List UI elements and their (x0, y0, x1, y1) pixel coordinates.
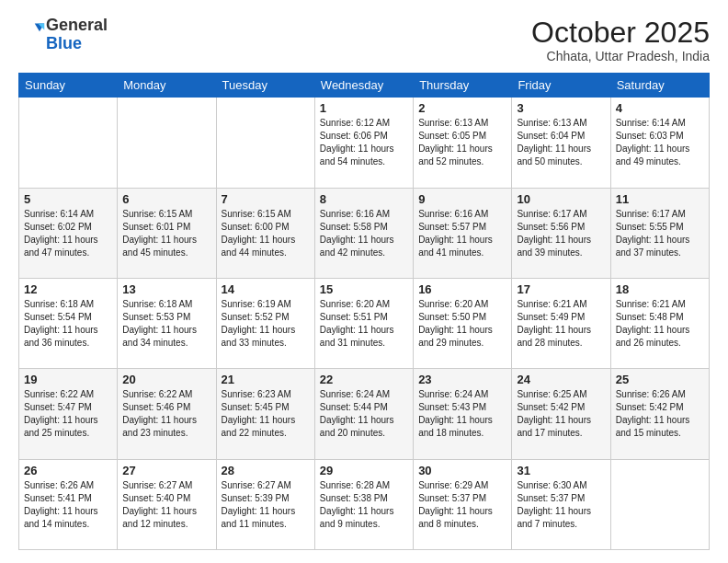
cell-info: Sunrise: 6:16 AM Sunset: 5:58 PM Dayligh… (320, 208, 408, 259)
day-header-monday: Monday (118, 74, 216, 98)
calendar-cell: 14Sunrise: 6:19 AM Sunset: 5:52 PM Dayli… (216, 278, 314, 368)
day-number: 19 (24, 373, 112, 386)
calendar-cell: 5Sunrise: 6:14 AM Sunset: 6:02 PM Daylig… (19, 188, 118, 278)
calendar-cell: 15Sunrise: 6:20 AM Sunset: 5:51 PM Dayli… (314, 278, 413, 368)
header: General Blue October 2025 Chhata, Uttar … (18, 17, 710, 63)
day-number: 28 (222, 464, 310, 477)
calendar-cell: 20Sunrise: 6:22 AM Sunset: 5:46 PM Dayli… (118, 369, 216, 459)
cell-info: Sunrise: 6:28 AM Sunset: 5:38 PM Dayligh… (320, 479, 408, 531)
calendar-cell: 17Sunrise: 6:21 AM Sunset: 5:49 PM Dayli… (512, 278, 610, 368)
logo-blue-text: Blue (46, 34, 82, 52)
day-number: 18 (616, 282, 704, 296)
calendar-cell: 12Sunrise: 6:18 AM Sunset: 5:54 PM Dayli… (19, 278, 118, 368)
day-header-thursday: Thursday (414, 74, 512, 98)
calendar-cell: 21Sunrise: 6:23 AM Sunset: 5:45 PM Dayli… (216, 369, 314, 459)
day-number: 1 (320, 101, 408, 115)
calendar-cell: 7Sunrise: 6:15 AM Sunset: 6:00 PM Daylig… (216, 188, 314, 278)
day-number: 6 (122, 192, 210, 206)
cell-info: Sunrise: 6:27 AM Sunset: 5:40 PM Dayligh… (122, 479, 210, 531)
calendar-cell: 6Sunrise: 6:15 AM Sunset: 6:01 PM Daylig… (118, 188, 216, 278)
calendar-cell: 3Sunrise: 6:13 AM Sunset: 6:04 PM Daylig… (512, 98, 610, 188)
day-number: 17 (517, 282, 605, 296)
calendar-cell: 4Sunrise: 6:14 AM Sunset: 6:03 PM Daylig… (610, 98, 709, 188)
day-number: 14 (222, 282, 310, 296)
day-number: 9 (418, 192, 506, 206)
cell-info: Sunrise: 6:13 AM Sunset: 6:04 PM Dayligh… (517, 117, 605, 168)
day-number: 20 (122, 373, 210, 386)
calendar-header-row: SundayMondayTuesdayWednesdayThursdayFrid… (19, 74, 710, 98)
cell-info: Sunrise: 6:20 AM Sunset: 5:51 PM Dayligh… (320, 298, 408, 350)
cell-info: Sunrise: 6:22 AM Sunset: 5:47 PM Dayligh… (24, 388, 112, 440)
day-number: 27 (122, 464, 210, 477)
cell-info: Sunrise: 6:24 AM Sunset: 5:43 PM Dayligh… (418, 388, 506, 440)
day-number: 11 (616, 192, 704, 206)
calendar-cell: 19Sunrise: 6:22 AM Sunset: 5:47 PM Dayli… (19, 369, 118, 459)
cell-info: Sunrise: 6:21 AM Sunset: 5:49 PM Dayligh… (517, 298, 605, 350)
day-number: 10 (517, 192, 605, 206)
calendar-cell: 25Sunrise: 6:26 AM Sunset: 5:42 PM Dayli… (610, 369, 709, 459)
logo: General Blue (18, 17, 108, 53)
cell-info: Sunrise: 6:26 AM Sunset: 5:41 PM Dayligh… (24, 479, 112, 531)
calendar-cell: 2Sunrise: 6:13 AM Sunset: 6:05 PM Daylig… (414, 98, 512, 188)
calendar-cell: 27Sunrise: 6:27 AM Sunset: 5:40 PM Dayli… (118, 459, 216, 549)
day-number: 7 (222, 192, 310, 206)
calendar-cell: 23Sunrise: 6:24 AM Sunset: 5:43 PM Dayli… (414, 369, 512, 459)
calendar-cell: 29Sunrise: 6:28 AM Sunset: 5:38 PM Dayli… (314, 459, 413, 549)
day-number: 13 (122, 282, 210, 296)
week-row-2: 12Sunrise: 6:18 AM Sunset: 5:54 PM Dayli… (19, 278, 710, 368)
cell-info: Sunrise: 6:21 AM Sunset: 5:48 PM Dayligh… (616, 298, 704, 350)
cell-info: Sunrise: 6:17 AM Sunset: 5:56 PM Dayligh… (517, 208, 605, 259)
cell-info: Sunrise: 6:26 AM Sunset: 5:42 PM Dayligh… (616, 388, 704, 440)
cell-info: Sunrise: 6:19 AM Sunset: 5:52 PM Dayligh… (222, 298, 310, 350)
day-number: 16 (418, 282, 506, 296)
calendar-cell: 13Sunrise: 6:18 AM Sunset: 5:53 PM Dayli… (118, 278, 216, 368)
day-number: 30 (418, 464, 506, 477)
week-row-3: 19Sunrise: 6:22 AM Sunset: 5:47 PM Dayli… (19, 369, 710, 459)
cell-info: Sunrise: 6:17 AM Sunset: 5:55 PM Dayligh… (616, 208, 704, 259)
calendar-cell: 31Sunrise: 6:30 AM Sunset: 5:37 PM Dayli… (512, 459, 610, 549)
week-row-1: 5Sunrise: 6:14 AM Sunset: 6:02 PM Daylig… (19, 188, 710, 278)
calendar-cell: 26Sunrise: 6:26 AM Sunset: 5:41 PM Dayli… (19, 459, 118, 549)
location: Chhata, Uttar Pradesh, India (531, 49, 710, 63)
day-number: 31 (517, 464, 605, 477)
calendar-cell: 10Sunrise: 6:17 AM Sunset: 5:56 PM Dayli… (512, 188, 610, 278)
day-number: 3 (517, 101, 605, 115)
cell-info: Sunrise: 6:15 AM Sunset: 6:01 PM Dayligh… (122, 208, 210, 259)
day-number: 12 (24, 282, 112, 296)
calendar-cell: 8Sunrise: 6:16 AM Sunset: 5:58 PM Daylig… (314, 188, 413, 278)
day-number: 25 (616, 373, 704, 386)
day-number: 8 (320, 192, 408, 206)
day-header-sunday: Sunday (19, 74, 118, 98)
day-number: 26 (24, 464, 112, 477)
cell-info: Sunrise: 6:18 AM Sunset: 5:53 PM Dayligh… (122, 298, 210, 350)
calendar-cell: 16Sunrise: 6:20 AM Sunset: 5:50 PM Dayli… (414, 278, 512, 368)
calendar-cell (610, 459, 709, 549)
month-year: October 2025 (531, 17, 710, 49)
day-number: 24 (517, 373, 605, 386)
cell-info: Sunrise: 6:14 AM Sunset: 6:02 PM Dayligh… (24, 208, 112, 259)
cell-info: Sunrise: 6:24 AM Sunset: 5:44 PM Dayligh… (320, 388, 408, 440)
calendar-cell: 18Sunrise: 6:21 AM Sunset: 5:48 PM Dayli… (610, 278, 709, 368)
cell-info: Sunrise: 6:13 AM Sunset: 6:05 PM Dayligh… (418, 117, 506, 168)
day-number: 21 (222, 373, 310, 386)
day-number: 29 (320, 464, 408, 477)
cell-info: Sunrise: 6:29 AM Sunset: 5:37 PM Dayligh… (418, 479, 506, 531)
calendar-cell: 28Sunrise: 6:27 AM Sunset: 5:39 PM Dayli… (216, 459, 314, 549)
calendar-cell: 30Sunrise: 6:29 AM Sunset: 5:37 PM Dayli… (414, 459, 512, 549)
cell-info: Sunrise: 6:23 AM Sunset: 5:45 PM Dayligh… (222, 388, 310, 440)
cell-info: Sunrise: 6:27 AM Sunset: 5:39 PM Dayligh… (222, 479, 310, 531)
page: General Blue October 2025 Chhata, Uttar … (0, 0, 728, 563)
cell-info: Sunrise: 6:12 AM Sunset: 6:06 PM Dayligh… (320, 117, 408, 168)
week-row-4: 26Sunrise: 6:26 AM Sunset: 5:41 PM Dayli… (19, 459, 710, 549)
cell-info: Sunrise: 6:20 AM Sunset: 5:50 PM Dayligh… (418, 298, 506, 350)
day-number: 15 (320, 282, 408, 296)
cell-info: Sunrise: 6:25 AM Sunset: 5:42 PM Dayligh… (517, 388, 605, 440)
day-header-friday: Friday (512, 74, 610, 98)
day-number: 4 (616, 101, 704, 115)
day-number: 22 (320, 373, 408, 386)
day-number: 23 (418, 373, 506, 386)
cell-info: Sunrise: 6:15 AM Sunset: 6:00 PM Dayligh… (222, 208, 310, 259)
cell-info: Sunrise: 6:14 AM Sunset: 6:03 PM Dayligh… (616, 117, 704, 168)
day-header-saturday: Saturday (610, 74, 709, 98)
logo-general-text: General (46, 16, 108, 34)
